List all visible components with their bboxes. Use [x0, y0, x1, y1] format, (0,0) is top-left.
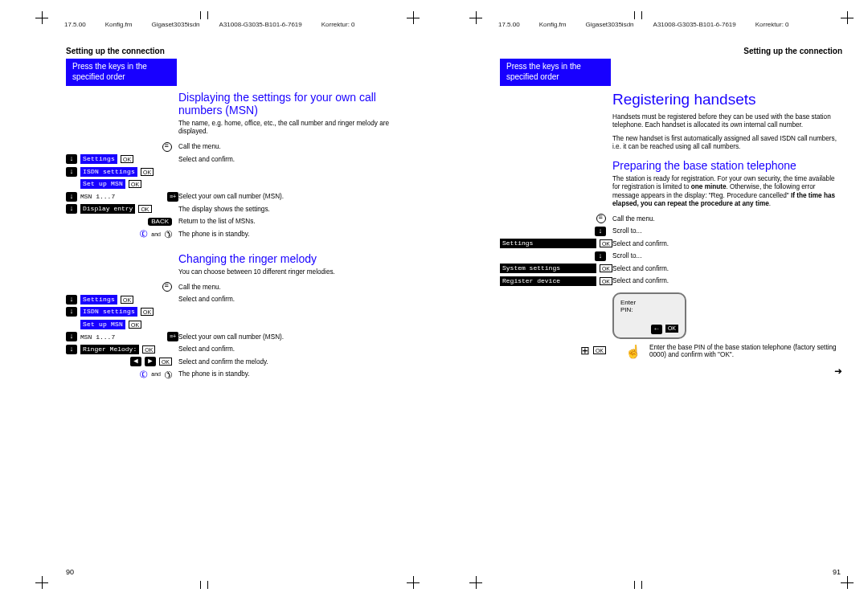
continue-arrow: ➜ [500, 366, 842, 377]
ph-korrektur: Korrektur: 0 [755, 21, 789, 28]
page-left: 17.5.00 Konfig.fm Gigaset3035isdn A31008… [0, 0, 434, 613]
section-title: Setting up the connection [66, 47, 408, 55]
right-arrow-icon: ► [145, 357, 156, 366]
print-header-left: 17.5.00 Konfig.fm Gigaset3035isdn A31008… [64, 21, 407, 28]
down-arrow-icon: ↓ [66, 332, 77, 341]
step-text: Return to the list of MSNs. [178, 218, 408, 225]
ph-file: Konfig.fm [105, 21, 133, 28]
ok-key: OK [600, 264, 612, 272]
content-left: Setting up the connection Press the keys… [66, 47, 408, 566]
display-setup-msn: Set up MSN [80, 320, 125, 329]
page-right: 17.5.00 Konfig.fm Gigaset3035isdn A31008… [434, 0, 868, 613]
list-icon: ≡+ [167, 332, 178, 341]
ok-key: OK [141, 308, 154, 316]
step-text: Select and confirm the melody. [178, 358, 408, 366]
print-header-right: 17.5.00 Konfig.fm Gigaset3035isdn A31008… [498, 21, 841, 28]
handset-down-icon: ✆ [162, 367, 175, 381]
blue-tab: Press the keys in the specified order [500, 59, 611, 86]
left-arrow-icon: ◄ [130, 357, 141, 366]
ph-file: Konfig.fm [539, 21, 567, 28]
menu-icon [596, 214, 606, 223]
ph-korrektur: Korrektur: 0 [321, 21, 355, 28]
ok-key: OK [142, 345, 155, 353]
step-text: The display shows the settings. [178, 206, 408, 213]
screen-line2: PIN: [620, 306, 678, 313]
step-text: Call the menu. [178, 284, 408, 291]
display-isdn: ISDN settings [80, 167, 137, 177]
step-text: Select your own call number (MSN). [178, 193, 408, 200]
ph-date: 17.5.00 [64, 21, 86, 28]
ok-key: OK [129, 321, 141, 329]
ok-key: OK [121, 296, 133, 304]
steps-right: Call the menu. ↓Scroll to... SettingsOKS… [500, 213, 842, 287]
body-prep: The station is ready for registration. F… [612, 175, 842, 208]
display-system: System settings [500, 264, 596, 273]
down-arrow-icon: ↓ [595, 251, 606, 261]
content-right: Setting up the connection Press the keys… [500, 47, 842, 566]
step-text: Call the menu. [612, 215, 842, 223]
display-setup-msn: Set up MSN [80, 179, 125, 189]
down-arrow-icon: ↓ [66, 307, 77, 317]
ok-key: OK [141, 168, 154, 176]
mini-screen: Enter PIN: ←OK [612, 292, 686, 339]
menu-icon [162, 142, 172, 152]
handset-up-icon: ✆ [138, 227, 150, 241]
display-ringer: Ringer Melody: [80, 345, 139, 354]
step-text: Call the menu. [178, 143, 408, 150]
display-isdn: ISDN settings [80, 307, 137, 317]
display-settings: Settings [80, 154, 117, 164]
hand-icon: ☝ [625, 344, 641, 359]
display-register: Register device [500, 276, 596, 286]
down-arrow-icon: ↓ [66, 154, 77, 164]
step-text: The phone is in standby. [178, 370, 408, 378]
ok-key: OK [138, 205, 151, 213]
manual-spread: 17.5.00 Konfig.fm Gigaset3035isdn A31008… [0, 0, 868, 613]
list-icon: ≡+ [167, 192, 178, 202]
ok-key: OK [121, 155, 133, 163]
body-ringer: You can choose between 10 different ring… [178, 268, 408, 276]
handset-up-icon: ✆ [138, 367, 150, 381]
step-text: The phone is in standby. [178, 231, 408, 238]
down-arrow-icon: ↓ [66, 192, 77, 202]
steps-b: Call the menu. ↓SettingsOKSelect and con… [66, 281, 408, 380]
body-msn: The name, e.g. home, office, etc., the c… [178, 120, 408, 137]
ph-code: A31008-G3035-B101-6-7619 [653, 21, 736, 28]
display-settings: Settings [500, 239, 596, 248]
keypad-icon: ⊞ [580, 344, 590, 357]
step-text: Select your own call number (MSN). [178, 333, 408, 341]
and-text: and [151, 371, 161, 377]
ph-code: A31008-G3035-B101-6-7619 [219, 21, 302, 28]
section-title: Setting up the connection [500, 47, 842, 55]
display-settings: Settings [80, 295, 117, 304]
body-reg1: Handsets must be registered before they … [612, 113, 842, 130]
step-text: Scroll to... [612, 227, 842, 235]
step-text: Select and confirm. [612, 265, 842, 272]
step-text: Select and confirm. [178, 296, 408, 303]
step-text: Scroll to... [612, 252, 842, 260]
blue-tab: Press the keys in the specified order [66, 59, 177, 86]
screen-line1: Enter [620, 299, 678, 306]
ok-key: OK [600, 239, 612, 247]
step-text: Select and confirm. [178, 345, 408, 353]
ok-key: OK [600, 277, 612, 285]
msn-range: MSN 1...7 [80, 333, 115, 341]
step-text: Select and confirm. [612, 277, 842, 284]
ok-key: OK [593, 346, 606, 354]
and-text: and [151, 231, 161, 237]
page-number-right: 91 [833, 568, 841, 576]
touch-text: Enter the base PIN of the base station t… [649, 344, 842, 358]
step-text: Select and confirm. [178, 156, 408, 163]
heading-msn-settings: Displaying the settings for your own cal… [178, 91, 408, 116]
back-key: BACK [148, 218, 172, 226]
down-arrow-icon: ↓ [595, 227, 606, 236]
down-arrow-icon: ↓ [66, 295, 77, 304]
step-text: Select and confirm. [612, 240, 842, 247]
heading-ringer: Changing the ringer melody [178, 252, 408, 265]
ok-key: OK [665, 325, 678, 333]
down-arrow-icon: ↓ [66, 167, 77, 177]
ph-product: Gigaset3035isdn [152, 21, 200, 28]
down-arrow-icon: ↓ [66, 204, 77, 214]
ok-key: OK [129, 180, 141, 188]
body-reg2: The new handset is first automatically a… [612, 135, 842, 152]
msn-range: MSN 1...7 [80, 193, 115, 200]
